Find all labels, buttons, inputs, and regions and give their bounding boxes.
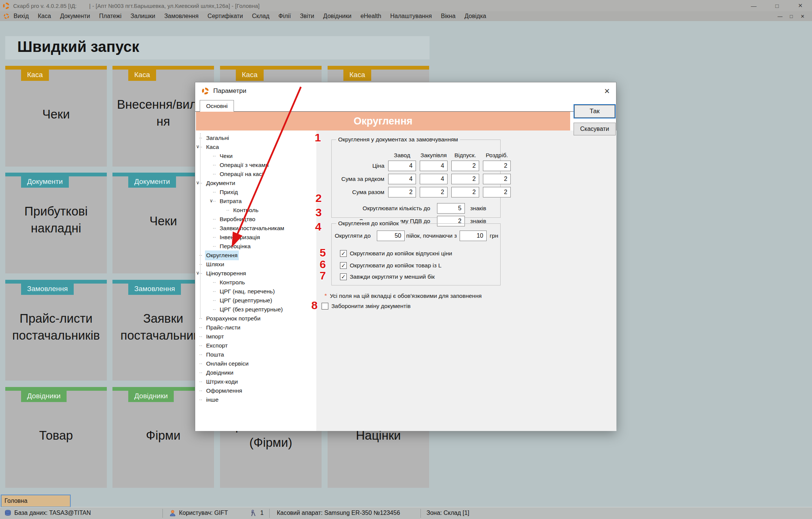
- child-close-button[interactable]: ✕: [797, 14, 808, 19]
- status-user: Користувач: GIFT: [179, 510, 228, 516]
- tree-item-2[interactable]: ··Чеки: [195, 151, 316, 160]
- tree-guide-dash: ··: [212, 241, 216, 250]
- menu-item-2[interactable]: Документи: [56, 13, 95, 20]
- tile-2-0[interactable]: ЗамовленняПрайс-листипостачальників: [5, 280, 107, 381]
- rounding-input-2-2[interactable]: [451, 187, 479, 197]
- status-divider: [420, 509, 421, 518]
- tree-item-29[interactable]: ··інше: [195, 395, 316, 404]
- tree-item-label: Чеки: [219, 151, 234, 161]
- tree-item-20[interactable]: ··Розрахунок потреби: [195, 314, 316, 323]
- rounding-input-1-2[interactable]: [451, 174, 479, 184]
- kopiyky-checkbox-1[interactable]: ✓: [340, 262, 347, 269]
- tree-item-10[interactable]: ··Заявки постачальникам: [195, 223, 316, 232]
- tree-item-17[interactable]: ··ЦРГ (нац. перечень): [195, 287, 316, 296]
- kopiyky-checkbox-0[interactable]: ✓: [340, 250, 347, 257]
- tree-item-3[interactable]: ··Операції з чеками: [195, 160, 316, 169]
- menu-item-13[interactable]: Вікна: [436, 13, 460, 20]
- menu-item-10[interactable]: Довідники: [319, 13, 356, 20]
- rounding-input-1-1[interactable]: [420, 174, 448, 184]
- tree-item-9[interactable]: ··Виробництво: [195, 214, 316, 223]
- round-to-input[interactable]: [377, 231, 405, 241]
- menu-item-9[interactable]: Звіти: [295, 13, 319, 20]
- ok-button[interactable]: Так: [574, 104, 616, 118]
- tree-item-21[interactable]: ··Прайс-листи: [195, 323, 316, 332]
- home-tab-label: Головна: [5, 498, 27, 504]
- window-title: Скарб pro v. 4.0.2.85 [ІД: | - [Апт №003…: [13, 3, 260, 9]
- tree-item-15[interactable]: ∨··Ціноутворення: [195, 269, 316, 278]
- menu-item-6[interactable]: Сертифікати: [203, 13, 247, 20]
- menu-item-5[interactable]: Замовлення: [160, 13, 203, 20]
- dialog-close-icon[interactable]: ✕: [604, 87, 610, 96]
- tree-item-22[interactable]: ··Імпорт: [195, 332, 316, 341]
- tree-item-label: Витрата: [219, 196, 243, 206]
- tree-item-16[interactable]: ··Контроль: [195, 278, 316, 287]
- menu-item-8[interactable]: Філії: [274, 13, 295, 20]
- tree-item-23[interactable]: ··Експорт: [195, 341, 316, 350]
- child-minimize-button[interactable]: —: [774, 14, 786, 19]
- rounding-input-2-0[interactable]: [388, 187, 416, 197]
- menu-item-11[interactable]: eHealth: [356, 13, 386, 20]
- tree-item-5[interactable]: ∨··Документи: [195, 178, 316, 187]
- tile-category-badge: Документи: [128, 176, 176, 188]
- rounding-input-0-2[interactable]: [451, 161, 479, 171]
- tree-item-label: ЦРГ (рецептурные): [219, 296, 273, 305]
- tree-item-1[interactable]: ∨··Каса: [195, 142, 316, 151]
- tree-item-0[interactable]: ··Загальні: [195, 133, 316, 142]
- round-suffix: грн: [490, 231, 498, 241]
- tree-item-label: Операції з чеками: [219, 160, 270, 170]
- menu-item-7[interactable]: Склад: [247, 13, 274, 20]
- kopiyky-checkbox-2[interactable]: ✓: [340, 273, 347, 280]
- rounding-input-1-0[interactable]: [388, 174, 416, 184]
- kopiyky-checkbox-label-1: Округлювати до копійок товар із L: [350, 262, 442, 269]
- tree-item-28[interactable]: ··Оформлення: [195, 386, 316, 395]
- tile-3-0[interactable]: ДовідникиТовар: [5, 387, 107, 488]
- home-tab[interactable]: Головна: [1, 495, 71, 507]
- tree-item-14[interactable]: ··Шляхи: [195, 260, 316, 269]
- tab-main[interactable]: Основні: [200, 100, 234, 112]
- tree-item-8[interactable]: ··Контроль: [195, 205, 316, 214]
- close-button[interactable]: ✕: [789, 0, 812, 11]
- cancel-button[interactable]: Скасувати: [574, 123, 616, 135]
- tree-item-label: Імпорт: [205, 332, 225, 341]
- tree-item-26[interactable]: ··Довідники: [195, 368, 316, 377]
- rounding-input-1-3[interactable]: [483, 174, 511, 184]
- mdi-child-controls: — □ ✕: [774, 14, 808, 19]
- menu-item-12[interactable]: Налаштування: [386, 13, 437, 20]
- tree-guide-dash: ··: [199, 133, 202, 142]
- status-database: База даних: TASA3@TITAN: [14, 510, 91, 516]
- menu-item-4[interactable]: Залишки: [126, 13, 160, 20]
- forbid-doc-change-checkbox[interactable]: [322, 303, 328, 310]
- menu-item-14[interactable]: Довідка: [460, 13, 491, 20]
- tree-item-12[interactable]: ··Переоцінка: [195, 241, 316, 250]
- tree-item-18[interactable]: ··ЦРГ (рецептурные): [195, 296, 316, 305]
- menu-item-1[interactable]: Каса: [33, 13, 56, 20]
- rounding-input-2-1[interactable]: [420, 187, 448, 197]
- rounding-input-2-3[interactable]: [483, 187, 511, 197]
- tree-item-24[interactable]: ··Пошта: [195, 350, 316, 359]
- tile-1-0[interactable]: ДокументиПрибутковінакладні: [5, 173, 107, 273]
- round-from-input[interactable]: [460, 231, 487, 241]
- tree-guide-dash: ··: [199, 368, 202, 377]
- rounding-input-0-0[interactable]: [388, 161, 416, 171]
- tree-item-11[interactable]: ··Інвентаризація: [195, 232, 316, 241]
- tree-item-label: Довідники: [205, 368, 235, 378]
- rounding-input-0-1[interactable]: [420, 161, 448, 171]
- tree-item-25[interactable]: ··Онлайн сервіси: [195, 359, 316, 368]
- menu-item-3[interactable]: Платежі: [95, 13, 126, 20]
- section-banner: Округлення: [196, 112, 570, 131]
- rounding-input-0-3[interactable]: [483, 161, 511, 171]
- tree-item-4[interactable]: ··Операції на касі: [195, 169, 316, 178]
- tree-item-13[interactable]: ··Округлення: [195, 250, 316, 260]
- qty-rounding-input[interactable]: [437, 203, 465, 214]
- tree-item-19[interactable]: ··ЦРГ (без рецептурные): [195, 305, 316, 314]
- tree-guide-dash: ··: [199, 350, 202, 359]
- database-icon: [5, 510, 11, 516]
- tile-0-0[interactable]: КасаЧеки: [5, 66, 107, 167]
- minimize-button[interactable]: —: [742, 0, 765, 11]
- maximize-button[interactable]: □: [765, 0, 789, 11]
- tree-item-27[interactable]: ··Штрих-коди: [195, 377, 316, 386]
- tree-item-6[interactable]: ··Прихід: [195, 187, 316, 196]
- menu-item-0[interactable]: Вихід: [9, 13, 33, 20]
- tree-item-7[interactable]: ∨··Витрата: [195, 196, 316, 205]
- child-restore-button[interactable]: □: [786, 14, 797, 19]
